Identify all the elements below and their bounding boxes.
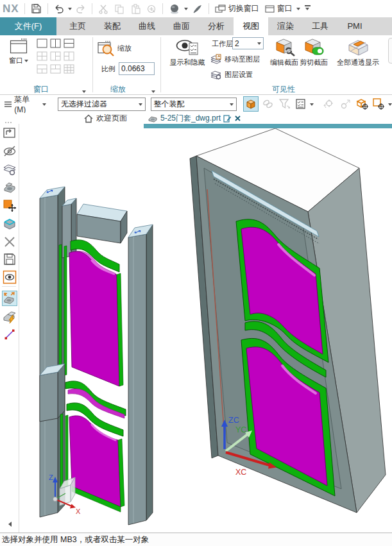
edit-section-button[interactable]: 编辑截面	[269, 37, 299, 67]
view-orient-caret[interactable]	[184, 8, 188, 12]
tab-curve[interactable]: 曲线	[130, 17, 164, 35]
layer-settings-sidebar-button[interactable]	[2, 162, 17, 177]
tab-pmi[interactable]: PMI	[337, 17, 372, 35]
touch-button[interactable]	[144, 3, 158, 15]
show-button[interactable]	[2, 269, 17, 285]
tab-home[interactable]: 主页	[60, 17, 95, 35]
top-rail[interactable]	[77, 204, 127, 243]
layout-top-2-button[interactable]	[37, 64, 50, 77]
selection-list-caret[interactable]	[310, 103, 314, 108]
selection-scope-value: 整个装配	[154, 99, 185, 110]
view-orient-button[interactable]	[167, 2, 182, 16]
switch-window-button[interactable]: 切换窗口	[213, 2, 261, 15]
layout-3x3-button[interactable]	[64, 64, 77, 77]
clip-section-button[interactable]: 剪切截面	[299, 37, 328, 67]
layout-2x2-button[interactable]	[37, 51, 50, 64]
layout-single-button[interactable]	[37, 38, 50, 51]
ribbon-overflow-button[interactable]	[388, 38, 392, 64]
two-point-line-button[interactable]	[2, 327, 17, 342]
select-handle-icon	[339, 98, 352, 110]
redo-button[interactable]	[74, 3, 88, 15]
file-menu-button[interactable]: 文件(F)	[0, 17, 56, 35]
lock-rail-block[interactable]	[40, 364, 65, 422]
layout-2-1-button[interactable]	[64, 51, 77, 64]
measure-part-button[interactable]	[2, 291, 17, 306]
save-button[interactable]	[29, 2, 44, 15]
wcs-zc-label: ZC	[228, 416, 239, 425]
scale-input[interactable]	[119, 62, 155, 75]
delete-x-icon	[3, 235, 17, 249]
move-face-button[interactable]	[2, 198, 17, 214]
copy-button[interactable]	[112, 3, 126, 15]
solid-snap-button[interactable]	[355, 96, 370, 112]
welcome-tab-label: 欢迎页面	[96, 113, 127, 124]
undo-caret[interactable]	[68, 8, 72, 12]
qat-customize-button[interactable]	[305, 5, 311, 12]
reset-filter-button[interactable]	[321, 96, 337, 112]
quick-access-toolbar: NX 切换窗口 窗口	[0, 0, 392, 17]
exploded-door-model[interactable]: Z X	[40, 187, 153, 525]
tab-tools[interactable]: 工具	[303, 17, 337, 35]
selection-filter-combo[interactable]: 无选择过滤器	[58, 98, 145, 111]
layer-settings-button[interactable]: 图层设置	[210, 69, 253, 80]
tab-analysis[interactable]: 分析	[199, 17, 234, 35]
show-hide-button[interactable]: 显示和隐藏	[166, 37, 209, 67]
filter-button[interactable]	[277, 96, 292, 112]
window-layout-grid	[37, 38, 77, 77]
drag-handle-dots	[5, 122, 14, 124]
visibility-group-label: 可见性	[272, 84, 295, 95]
link-button[interactable]	[260, 96, 275, 112]
select-handle-button[interactable]	[338, 96, 354, 112]
right-stile[interactable]	[128, 225, 153, 525]
window-big-button[interactable]: 窗口	[4, 38, 33, 65]
snap-point-button[interactable]	[243, 96, 259, 112]
window-big-caret	[24, 60, 28, 64]
window-button[interactable]: 窗口	[263, 2, 294, 15]
tab-surface[interactable]: 曲面	[164, 17, 199, 35]
work-layer-value: 2	[235, 39, 239, 48]
analysis-flash-button[interactable]	[2, 309, 17, 325]
layout-two-horizontal-button[interactable]	[64, 38, 77, 51]
clamp-part-button[interactable]	[2, 180, 17, 195]
menu-button[interactable]: 菜单(M)	[0, 94, 50, 114]
solid-body-button[interactable]	[2, 216, 17, 232]
window-caret[interactable]	[296, 8, 300, 12]
layout-two-vertical-button[interactable]	[50, 38, 64, 51]
touch-icon	[146, 4, 157, 14]
tab-assembly[interactable]: 装配	[95, 17, 130, 35]
selection-scope-combo[interactable]: 整个装配	[151, 98, 237, 111]
nx-logo: NX	[3, 3, 19, 15]
tab-view[interactable]: 视图	[234, 17, 268, 35]
region-select-button[interactable]	[371, 96, 387, 112]
hide-button[interactable]	[2, 144, 17, 159]
work-layer-combo[interactable]: 2	[232, 37, 264, 49]
layout-1-2-button[interactable]	[50, 51, 64, 64]
sidebar-collapse-arrow[interactable]	[6, 522, 12, 527]
welcome-tab[interactable]: 欢迎页面	[83, 113, 127, 124]
move-to-layer-button[interactable]: 移动至图层	[210, 54, 260, 65]
clean-button[interactable]	[190, 3, 205, 15]
save-part-button[interactable]	[2, 252, 17, 267]
zoom-button[interactable]: 缩放	[98, 40, 132, 56]
upper-panel[interactable]	[59, 240, 123, 386]
tab-render[interactable]: 渲染	[268, 17, 303, 35]
delete-button[interactable]	[2, 234, 17, 250]
assembled-door-model[interactable]: ZC YC XC	[190, 128, 386, 513]
export-window-button[interactable]	[2, 125, 17, 141]
zoom-group-caret[interactable]	[151, 90, 155, 95]
window-group-caret[interactable]	[82, 90, 86, 95]
selection-list-button[interactable]	[293, 96, 309, 112]
layout-bottom-2-button[interactable]	[50, 64, 64, 77]
show-all-translucent-button[interactable]: 全部通透显示	[330, 37, 386, 67]
undo-button[interactable]	[52, 3, 66, 15]
graphics-window[interactable]: Z X	[19, 128, 392, 533]
window-icon	[265, 4, 275, 13]
part-tab[interactable]: 5-25门套_dwg.prt	[144, 113, 245, 124]
paste-button[interactable]	[128, 3, 142, 15]
region-select-caret[interactable]	[388, 103, 392, 108]
show-all-translucent-label: 全部通透显示	[337, 58, 379, 67]
close-tab-icon[interactable]	[234, 115, 241, 122]
move-face-icon	[3, 199, 17, 213]
tab-strip-accent	[144, 124, 392, 128]
cut-button[interactable]	[96, 3, 110, 15]
